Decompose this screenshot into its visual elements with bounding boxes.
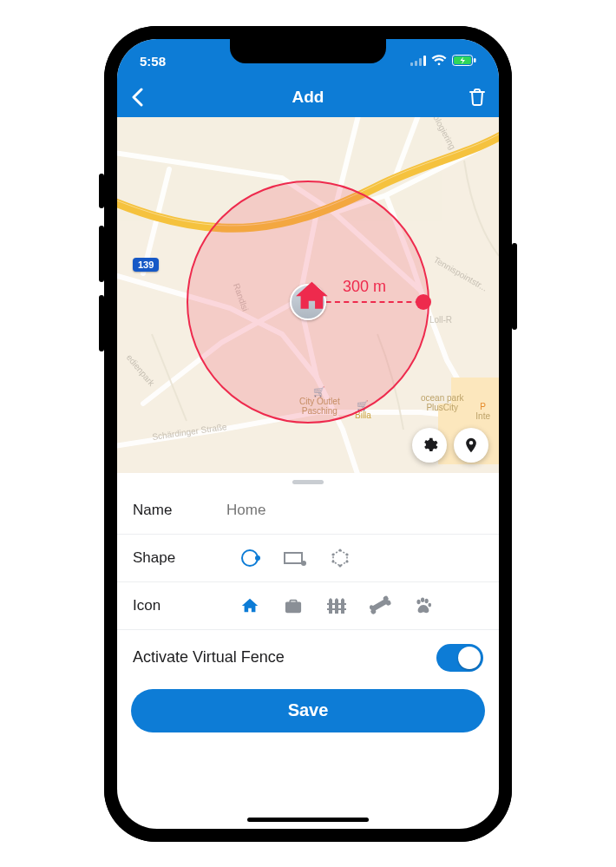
- activate-fence-row: Activate Virtual Fence: [117, 630, 499, 684]
- paw-icon: [414, 597, 433, 614]
- home-indicator[interactable]: [247, 818, 369, 822]
- svg-rect-0: [410, 62, 413, 66]
- status-time: 5:58: [140, 47, 166, 69]
- location-pin-icon: [462, 436, 480, 455]
- svg-point-14: [345, 553, 348, 555]
- phone-volume-down: [99, 295, 104, 351]
- radius-drag-handle[interactable]: [416, 294, 431, 310]
- form-sheet: Name Shape: [117, 480, 499, 732]
- notch: [230, 39, 386, 63]
- circle-shape-icon: [239, 548, 260, 568]
- radius-label: 300 m: [343, 278, 386, 296]
- page-title: Add: [292, 88, 324, 107]
- icon-bone-button[interactable]: [367, 593, 393, 619]
- shape-rectangle-button[interactable]: [282, 545, 308, 571]
- svg-rect-19: [327, 603, 346, 605]
- svg-point-24: [428, 602, 431, 607]
- cellular-icon: [410, 54, 426, 69]
- name-input[interactable]: [226, 502, 483, 519]
- svg-point-21: [416, 599, 420, 603]
- svg-point-22: [421, 597, 424, 601]
- home-icon: [240, 596, 259, 615]
- icon-label: Icon: [133, 597, 226, 614]
- activate-fence-toggle[interactable]: [436, 644, 483, 672]
- icon-fence-button[interactable]: [324, 593, 350, 619]
- svg-point-16: [338, 564, 341, 567]
- map-settings-button[interactable]: [412, 428, 447, 463]
- gear-icon: [421, 437, 438, 454]
- shape-label: Shape: [133, 549, 226, 567]
- phone-mute-switch: [99, 174, 104, 208]
- svg-rect-11: [285, 553, 302, 563]
- svg-rect-1: [415, 61, 417, 66]
- rectangle-shape-icon: [283, 549, 307, 567]
- name-label: Name: [133, 502, 226, 519]
- shape-polygon-button[interactable]: [327, 545, 353, 571]
- briefcase-icon: [284, 597, 303, 614]
- home-marker-icon: [292, 277, 331, 319]
- status-indicators: [410, 47, 476, 69]
- svg-point-23: [425, 598, 429, 602]
- screen: 5:58: [117, 39, 499, 829]
- wifi-icon: [431, 54, 447, 69]
- svg-rect-2: [419, 58, 422, 66]
- poi-loll: Loll-R: [429, 315, 452, 325]
- poi-ocean-park: ocean park PlusCity: [421, 393, 463, 412]
- shape-circle-button[interactable]: [237, 545, 263, 571]
- chevron-left-icon: [131, 88, 143, 107]
- fence-icon: [326, 597, 347, 614]
- phone-power-button: [512, 243, 517, 330]
- svg-point-12: [301, 561, 306, 566]
- delete-button[interactable]: [455, 89, 485, 106]
- toggle-knob: [458, 647, 481, 669]
- svg-rect-20: [327, 608, 346, 610]
- map-recenter-button[interactable]: [454, 428, 488, 463]
- nav-bar: Add: [117, 77, 499, 117]
- trash-icon: [469, 89, 485, 106]
- icon-home-button[interactable]: [237, 593, 263, 619]
- svg-point-17: [331, 560, 334, 562]
- icon-work-button[interactable]: [280, 593, 306, 619]
- icon-row: Icon: [117, 582, 499, 630]
- poi-bottom-right: P Inte: [475, 402, 490, 421]
- svg-point-10: [255, 555, 260, 561]
- poi-ocean-line2: PlusCity: [426, 403, 458, 412]
- phone-frame: 5:58: [104, 26, 512, 842]
- bone-icon: [367, 594, 393, 616]
- svg-point-13: [338, 548, 341, 551]
- polygon-shape-icon: [330, 548, 351, 568]
- phone-volume-up: [99, 226, 104, 282]
- poi-ocean-line1: ocean park: [421, 393, 463, 403]
- svg-rect-5: [474, 58, 476, 62]
- activate-fence-label: Activate Virtual Fence: [133, 648, 285, 667]
- shape-row: Shape: [117, 535, 499, 582]
- back-button[interactable]: [131, 88, 161, 107]
- svg-rect-3: [423, 56, 426, 66]
- sheet-grabber[interactable]: [292, 480, 324, 484]
- battery-charging-icon: [452, 54, 476, 69]
- svg-point-18: [331, 553, 334, 555]
- svg-point-15: [345, 560, 348, 562]
- poi-bottom-right-line2: Inte: [475, 411, 490, 421]
- name-row: Name: [117, 488, 499, 535]
- icon-paw-button[interactable]: [410, 593, 436, 619]
- map-view[interactable]: 139 Technologiering Tennispointstr... Ra…: [117, 117, 499, 473]
- route-badge: 139: [133, 258, 159, 272]
- save-button[interactable]: Save: [131, 689, 485, 732]
